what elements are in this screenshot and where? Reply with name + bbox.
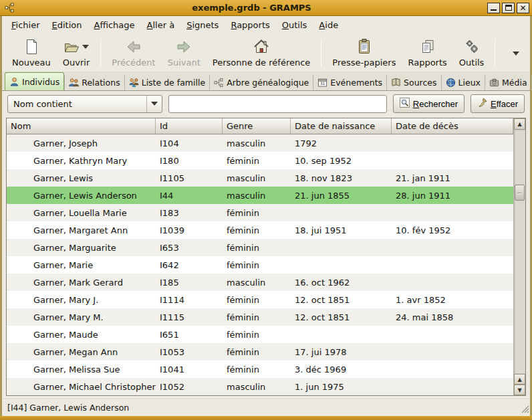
cell-gender: féminin bbox=[223, 343, 291, 360]
tab-liste-de-famille[interactable]: Liste de famille bbox=[124, 75, 209, 90]
table-row[interactable]: Garner, JosephI104masculin1792 bbox=[7, 134, 513, 152]
toolbar-separator bbox=[321, 39, 321, 68]
menu-aller-a[interactable]: Aller à bbox=[141, 17, 181, 33]
menu-aide[interactable]: Aide bbox=[313, 17, 344, 33]
cell-name: Garner, Mary J. bbox=[7, 291, 156, 308]
column-header-id[interactable]: Id bbox=[156, 118, 223, 134]
tab-evenements[interactable]: 31Evénements bbox=[313, 75, 386, 90]
cell-id: I642 bbox=[156, 256, 223, 274]
table-row[interactable]: Garner, Margaret AnnI1039féminin18. jui … bbox=[7, 221, 513, 239]
toolbar-separator bbox=[495, 39, 495, 68]
titlebar[interactable]: exemple.grdb - GRAMPS ✕ bbox=[0, 0, 532, 16]
scroll-up-secondary-button[interactable]: ▲ bbox=[514, 374, 525, 385]
cell-death bbox=[392, 204, 513, 221]
cell-death bbox=[392, 343, 513, 360]
table-row[interactable]: Garner, Kathryn MaryI180féminin10. sep 1… bbox=[7, 152, 513, 169]
table-row[interactable]: Garner, Louella MarieI183féminin bbox=[7, 204, 513, 221]
cell-death bbox=[392, 378, 513, 395]
gears-icon bbox=[464, 39, 480, 55]
column-header-nom[interactable]: Nom bbox=[7, 118, 156, 134]
maximize-button[interactable] bbox=[502, 3, 515, 13]
toolbar-personne-de-reference-button[interactable]: Personne de référence bbox=[207, 35, 317, 72]
tab-sources[interactable]: Sources bbox=[386, 75, 440, 90]
menu-signets[interactable]: Signets bbox=[180, 17, 225, 33]
search-input[interactable] bbox=[168, 95, 387, 113]
toolbar-nouveau-button[interactable]: Nouveau bbox=[6, 35, 57, 72]
statusbar: [I44] Garner, Lewis Anderson bbox=[2, 399, 530, 416]
tab-media[interactable]: Média bbox=[485, 75, 531, 90]
cell-gender: féminin bbox=[223, 204, 291, 221]
tab-relations[interactable]: Relations bbox=[64, 75, 124, 90]
menu-affichage[interactable]: Affichage bbox=[88, 17, 140, 33]
menu-rapports[interactable]: Rapports bbox=[225, 17, 275, 33]
table-row[interactable]: Garner, Mary J.I1114féminin12. oct 18511… bbox=[7, 291, 513, 308]
menu-fichier[interactable]: Fichier bbox=[5, 17, 46, 33]
toolbar-button-label: Personne de référence bbox=[213, 58, 311, 68]
new-document-icon bbox=[23, 39, 39, 55]
cell-death: 21. jan 1911 bbox=[392, 169, 513, 187]
tab-individus[interactable]: Individus bbox=[5, 72, 64, 90]
cell-id: I1105 bbox=[156, 169, 223, 187]
cell-name: Garner, Marie bbox=[7, 256, 156, 274]
search-button[interactable]: Rechercher bbox=[393, 94, 464, 113]
menubar: FichierEditionAffichageAller àSignetsRap… bbox=[2, 16, 530, 33]
cell-id: I104 bbox=[156, 134, 223, 152]
table-row[interactable]: Garner, MarieI642féminin bbox=[7, 256, 513, 274]
scroll-up-button[interactable]: ▲ bbox=[514, 118, 525, 130]
cell-birth: 10. sep 1952 bbox=[291, 152, 392, 169]
clipboard-icon bbox=[356, 39, 372, 55]
arrow-left-icon bbox=[126, 39, 142, 55]
table-row[interactable]: Garner, LewisI1105masculin18. nov 182321… bbox=[7, 169, 513, 187]
tab-lieux[interactable]: Lieux bbox=[441, 75, 485, 90]
content-area: NomIdGenreDate de naissanceDate de décès… bbox=[2, 116, 530, 399]
minimize-button[interactable] bbox=[487, 3, 500, 13]
column-header-date-de-naissance[interactable]: Date de naissance bbox=[291, 118, 392, 134]
table-row[interactable]: Garner, MarguariteI653féminin bbox=[7, 239, 513, 256]
cell-id: I180 bbox=[156, 152, 223, 169]
home-icon bbox=[253, 39, 269, 55]
cell-birth: 3. déc 1969 bbox=[291, 360, 392, 378]
toolbar-button-label: Suivant bbox=[168, 58, 201, 68]
toolbar-precedent-button[interactable]: Précédent bbox=[106, 35, 161, 72]
chevron-down-icon[interactable] bbox=[146, 96, 162, 112]
clear-button[interactable]: Effacer bbox=[471, 94, 525, 113]
relations-icon bbox=[69, 78, 79, 88]
toolbar-rapports-button[interactable]: Rapports bbox=[402, 35, 452, 72]
column-header-date-de-deces[interactable]: Date de décès bbox=[392, 118, 513, 134]
tab-arbre-genealogique[interactable]: Arbre généalogique bbox=[209, 75, 313, 90]
toolbar-button-label: Presse-papiers bbox=[332, 58, 396, 68]
table-row[interactable]: Garner, Lewis AndersonI44masculin21. jun… bbox=[7, 187, 513, 204]
table-header-row: NomIdGenreDate de naissanceDate de décès bbox=[7, 118, 513, 134]
table-row[interactable]: Garner, Melissa SueI1041féminin3. déc 19… bbox=[7, 360, 513, 378]
svg-text:31: 31 bbox=[320, 81, 325, 86]
cell-death bbox=[392, 326, 513, 343]
cell-birth: 12. oct 1851 bbox=[291, 308, 392, 326]
table-row[interactable]: Garner, MaudeI651féminin bbox=[7, 326, 513, 343]
toolbar-suivant-button[interactable]: Suivant bbox=[162, 35, 207, 72]
chevron-down-icon[interactable] bbox=[82, 45, 89, 49]
scroll-down-button[interactable]: ▼ bbox=[514, 385, 525, 395]
toolbar-outils-button[interactable]: Outils bbox=[453, 35, 491, 72]
cell-name: Garner, Kathryn Mary bbox=[7, 152, 156, 169]
table-row[interactable]: Garner, Mary M.I1115féminin12. oct 18512… bbox=[7, 308, 513, 326]
toolbar-overflow-button[interactable] bbox=[506, 47, 526, 60]
table-row[interactable]: Garner, Mark GerardI185masculin16. oct 1… bbox=[7, 274, 513, 291]
menu-outils[interactable]: Outils bbox=[276, 17, 313, 33]
scrollbar-track[interactable] bbox=[514, 130, 525, 374]
close-button[interactable]: ✕ bbox=[517, 3, 529, 13]
cell-death bbox=[392, 256, 513, 274]
cell-name: Garner, Margaret Ann bbox=[7, 221, 156, 239]
scrollbar-thumb[interactable] bbox=[515, 185, 525, 201]
menu-edition[interactable]: Edition bbox=[46, 17, 88, 33]
vertical-scrollbar[interactable]: ▲ ▲ ▼ bbox=[513, 118, 525, 395]
resize-grip-icon[interactable] bbox=[520, 404, 529, 415]
cell-birth: 12. oct 1851 bbox=[291, 291, 392, 308]
column-header-genre[interactable]: Genre bbox=[223, 118, 291, 134]
filterbar: Nom contient Rechercher Effacer bbox=[2, 91, 530, 116]
toolbar-ouvrir-button[interactable]: Ouvrir bbox=[57, 35, 96, 72]
table-row[interactable]: Garner, Michael ChristopherI1052masculin… bbox=[7, 378, 513, 395]
filter-field-select[interactable]: Nom contient bbox=[7, 95, 162, 113]
toolbar-presse-papiers-button[interactable]: Presse-papiers bbox=[326, 35, 402, 72]
tab-label: Arbre généalogique bbox=[227, 78, 309, 88]
table-row[interactable]: Garner, Megan AnnI1053féminin17. jui 197… bbox=[7, 343, 513, 360]
